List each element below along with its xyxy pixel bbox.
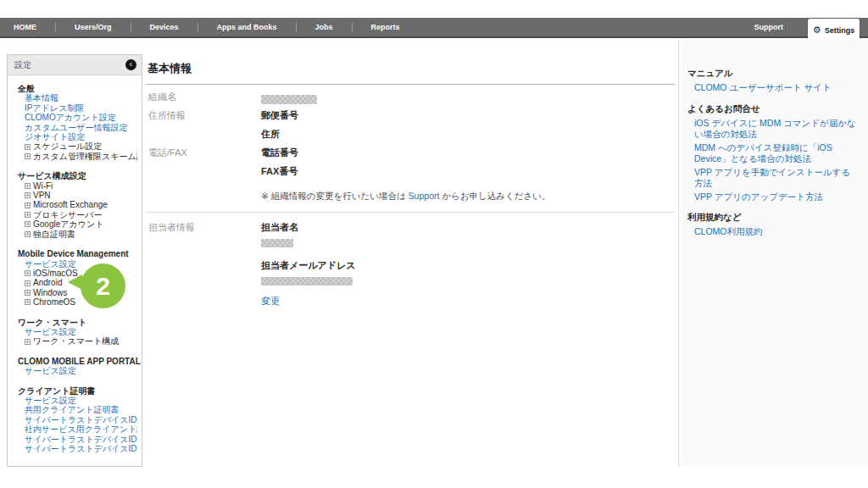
expand-icon[interactable]: + — [25, 202, 31, 208]
sidebar-item-label: 独自証明書 — [33, 230, 75, 239]
nav-item-home[interactable]: HOME — [14, 23, 36, 31]
sidebar-item-[interactable]: +プロキシサーバー — [12, 210, 137, 219]
sidebar-item-microsoft-exchange[interactable]: +Microsoft Exchange — [12, 200, 137, 209]
sidebar-item-label: VPN — [33, 191, 51, 200]
expand-icon[interactable]: + — [25, 290, 31, 296]
nav-separator — [55, 23, 56, 32]
collapse-sidebar-icon[interactable]: ‹ — [125, 59, 136, 70]
note-text-suffix: からお申し込みください。 — [439, 191, 550, 201]
nav-item-devices[interactable]: Devices — [150, 23, 179, 31]
help-section-: マニュアルCLOMO ユーザーサポート サイト — [687, 68, 858, 94]
nav-separator — [198, 23, 198, 32]
contact-info-section: 担当者情報 担当者名 担当者メールアドレス 変更 — [146, 221, 675, 308]
sidebar-item-label: サービス設定 — [25, 259, 76, 269]
change-link[interactable]: 変更 — [261, 295, 280, 308]
help-link[interactable]: iOS デバイスに MDM コマンドが届かない場合の対処法 — [687, 118, 858, 141]
gear-icon: ⚙ — [813, 25, 821, 35]
nav-item-jobs[interactable]: Jobs — [315, 23, 333, 31]
nav-item-users-org[interactable]: Users/Org — [75, 23, 112, 31]
contact-name-label: 担当者名 — [261, 221, 675, 234]
sidebar-item-[interactable]: 共用クライアント証明書 — [12, 405, 137, 414]
expand-icon[interactable]: + — [25, 231, 31, 237]
settings-sidebar: 設定 ‹ 全般基本情報IPアドレス制限CLOMOアカウント設定カスタムユーザー情… — [7, 54, 142, 467]
sidebar-item-id-g3is[interactable]: サイバートラストデバイスID G3is... — [12, 435, 137, 444]
expand-icon[interactable]: + — [25, 153, 31, 159]
sidebar-section-: サービス構成設定+Wi-Fi+VPN+Microsoft Exchange+プロ… — [12, 171, 137, 239]
sidebar-item-[interactable]: +カスタム管理権限スキーム設定 — [12, 152, 137, 161]
sidebar-item-label: サイバートラストデバイスID G3is(... — [25, 444, 137, 453]
expand-icon[interactable]: + — [25, 221, 31, 227]
sidebar-item-label: ワーク・スマート構成 — [33, 336, 119, 346]
sidebar-item-vpn[interactable]: +VPN — [12, 191, 137, 200]
sidebar-item-[interactable]: サービス設定 — [12, 396, 137, 405]
sidebar-item-label: Windows — [33, 288, 68, 297]
sidebar-item-[interactable]: 社内サービス用クライアント証明書 — [12, 424, 137, 434]
sidebar-item-label: プロキシサーバー — [33, 210, 102, 219]
expand-icon[interactable]: + — [25, 212, 31, 218]
help-section-header: マニュアル — [687, 68, 858, 80]
sidebar-section-header: サービス構成設定 — [12, 171, 137, 180]
tab-settings[interactable]: ⚙ Settings — [808, 19, 860, 42]
sidebar-sections: 全般基本情報IPアドレス制限CLOMOアカウント設定カスタムユーザー情報設定ジオ… — [8, 75, 142, 453]
expand-icon[interactable]: + — [25, 183, 31, 189]
sidebar-item-label: カスタムユーザー情報設定 — [25, 123, 127, 132]
phone-fax-label: 電話/FAX — [146, 147, 261, 159]
address-label: 住所 — [261, 128, 675, 141]
expand-icon[interactable]: + — [25, 270, 31, 276]
expand-icon[interactable]: + — [25, 280, 31, 286]
sidebar-item-label: Android — [33, 278, 62, 287]
sidebar-section-header: Mobile Device Management — [12, 249, 137, 258]
main-content: 基本情報 組織名 住所情報 郵便番号 住所 電話/FAX 電話番号 FAX番号 … — [146, 54, 675, 308]
sidebar-item-label: サービス設定 — [25, 396, 76, 405]
sidebar-item-google[interactable]: +Googleアカウント — [12, 219, 137, 229]
sidebar-item-[interactable]: 基本情報 — [12, 93, 137, 103]
nav-item-support[interactable]: Support — [754, 23, 784, 31]
sidebar-item-[interactable]: ジオサイト設定 — [12, 132, 137, 141]
section-divider — [146, 212, 675, 213]
sidebar-item-[interactable]: サービス設定 — [12, 327, 137, 336]
sidebar-item-[interactable]: サービス設定 — [12, 259, 137, 269]
sidebar-section-header: CLOMO MOBILE APP PORTAL — [12, 357, 137, 366]
postal-code-label: 郵便番号 — [261, 109, 675, 122]
sidebar-item-[interactable]: サービス設定 — [12, 366, 137, 375]
nav-item-reports[interactable]: Reports — [371, 23, 400, 31]
help-link[interactable]: VPP アプリを手動でインストールする方法 — [687, 167, 858, 190]
sidebar-item-wi-fi[interactable]: +Wi-Fi — [12, 181, 137, 191]
support-link[interactable]: Support — [409, 191, 440, 201]
sidebar-item-label: Googleアカウント — [33, 219, 103, 229]
help-link[interactable]: CLOMO利用規約 — [687, 226, 858, 238]
expand-icon[interactable]: + — [25, 144, 31, 150]
contact-email-redacted-value — [261, 277, 353, 286]
topnav-items: HOMEUsers/OrgDevicesApps and BooksJobsRe… — [14, 18, 410, 36]
sidebar-item-[interactable]: +スケジュール設定 — [12, 141, 137, 151]
sidebar-item-[interactable]: カスタムユーザー情報設定 — [12, 123, 137, 132]
sidebar-title: 設定 — [14, 59, 31, 71]
contact-name-redacted-value — [261, 239, 293, 247]
sidebar-item-label: Wi-Fi — [33, 181, 53, 191]
sidebar-item-label: サイバートラストデバイスID G3is... — [25, 435, 137, 444]
sidebar-item-label: CLOMOアカウント設定 — [25, 113, 116, 122]
expand-icon[interactable]: + — [25, 192, 31, 198]
sidebar-item-label: 基本情報 — [25, 93, 58, 103]
settings-tab-label: Settings — [825, 26, 855, 35]
sidebar-item-id-pilot[interactable]: サイバートラストデバイスID(pilot)... — [12, 415, 137, 424]
expand-icon[interactable]: + — [25, 339, 31, 345]
sidebar-item-clomo[interactable]: CLOMOアカウント設定 — [12, 113, 137, 122]
sidebar-header: 設定 ‹ — [8, 55, 142, 75]
sidebar-item-label: IPアドレス制限 — [25, 103, 84, 113]
sidebar-item-id-g3is[interactable]: サイバートラストデバイスID G3is(... — [12, 444, 137, 453]
nav-item-apps-and-books[interactable]: Apps and Books — [217, 23, 277, 31]
sidebar-item-ip[interactable]: IPアドレス制限 — [12, 103, 137, 113]
nav-separator — [131, 23, 131, 32]
sidebar-item-label: ChromeOS — [33, 297, 75, 307]
sidebar-item-[interactable]: +ワーク・スマート構成 — [12, 336, 137, 346]
sidebar-item-[interactable]: +独自証明書 — [12, 230, 137, 239]
sidebar-item-label: ジオサイト設定 — [25, 132, 85, 141]
org-name-redacted-value — [261, 95, 317, 104]
expand-icon[interactable]: + — [25, 299, 31, 305]
help-link[interactable]: MDM へのデバイス登録時に「iOS Device」となる場合の対処法 — [687, 142, 858, 165]
help-link[interactable]: VPP アプリのアップデート方法 — [687, 191, 858, 203]
note-text-prefix: ※ 組織情報の変更を行いたい場合は — [261, 191, 409, 201]
help-link[interactable]: CLOMO ユーザーサポート サイト — [687, 82, 858, 94]
annotation-badge-2: 2 — [81, 263, 125, 308]
